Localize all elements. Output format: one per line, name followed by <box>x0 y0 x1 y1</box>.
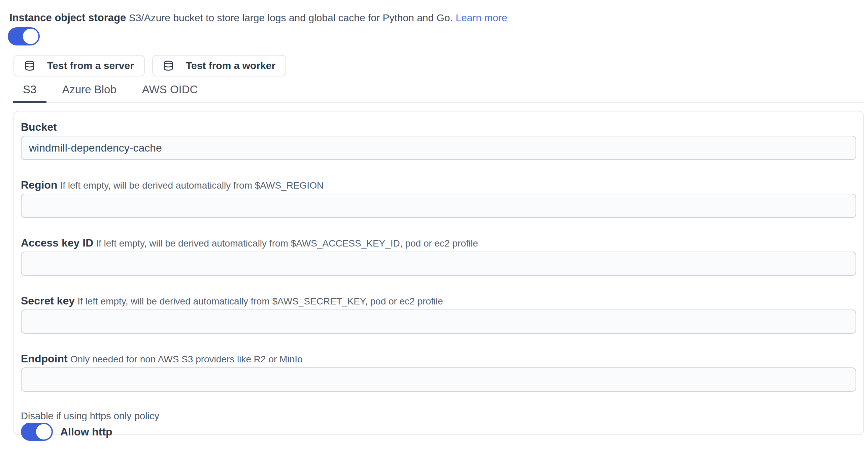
secret-key-label: Secret key <box>21 295 75 307</box>
secret-key-hint: If left empty, will be derived automatic… <box>78 296 443 306</box>
bucket-label: Bucket <box>21 121 57 133</box>
secret-key-label-line: Secret keyIf left empty, will be derived… <box>21 295 856 309</box>
test-buttons-row: Test from a server Test from a worker <box>13 55 868 77</box>
database-icon <box>163 60 174 71</box>
test-from-server-button[interactable]: Test from a server <box>13 55 145 77</box>
access-key-id-field: Access key IDIf left empty, will be deri… <box>21 237 856 276</box>
s3-settings-panel: Bucket RegionIf left empty, will be deri… <box>13 111 864 435</box>
bucket-input[interactable] <box>21 136 856 160</box>
header: Instance object storage S3/Azure bucket … <box>9 11 868 24</box>
region-hint: If left empty, will be derived automatic… <box>60 180 323 191</box>
database-icon <box>24 60 35 71</box>
page-title: Instance object storage <box>9 12 126 24</box>
endpoint-label-line: EndpointOnly needed for non AWS S3 provi… <box>21 353 856 367</box>
tab-aws-oidc[interactable]: AWS OIDC <box>132 81 208 102</box>
test-from-worker-button[interactable]: Test from a worker <box>152 55 286 77</box>
access-key-id-label: Access key ID <box>21 237 93 249</box>
bucket-label-line: Bucket <box>21 121 856 135</box>
endpoint-input[interactable] <box>21 367 856 392</box>
endpoint-label: Endpoint <box>21 353 68 365</box>
instance-settings-page: Instance object storage S3/Azure bucket … <box>0 0 868 435</box>
test-from-worker-label: Test from a worker <box>186 60 275 71</box>
tab-s3[interactable]: S3 <box>13 81 46 102</box>
allow-http-label: Allow http <box>60 426 113 438</box>
access-key-id-input[interactable] <box>21 251 856 276</box>
toggle-knob <box>36 424 52 439</box>
allow-http-row: Allow http <box>21 423 856 441</box>
tab-azure-blob[interactable]: Azure Blob <box>52 81 126 102</box>
allow-http-toggle[interactable] <box>21 423 53 441</box>
access-key-id-hint: If left empty, will be derived automatic… <box>96 238 478 248</box>
bucket-field: Bucket <box>21 121 856 160</box>
region-label: Region <box>21 179 57 191</box>
allow-http-note: Disable if using https only policy <box>21 411 856 421</box>
region-label-line: RegionIf left empty, will be derived aut… <box>21 179 856 193</box>
region-field: RegionIf left empty, will be derived aut… <box>21 179 856 218</box>
secret-key-field: Secret keyIf left empty, will be derived… <box>21 295 856 334</box>
endpoint-field: EndpointOnly needed for non AWS S3 provi… <box>21 353 856 392</box>
toggle-knob <box>23 29 38 44</box>
learn-more-link[interactable]: Learn more <box>456 12 507 23</box>
access-key-id-label-line: Access key IDIf left empty, will be deri… <box>21 237 856 251</box>
page-description: S3/Azure bucket to store large logs and … <box>129 12 453 23</box>
endpoint-hint: Only needed for non AWS S3 providers lik… <box>70 354 303 364</box>
region-input[interactable] <box>21 194 856 218</box>
secret-key-input[interactable] <box>21 309 856 334</box>
object-storage-toggle[interactable] <box>8 27 40 45</box>
test-from-server-label: Test from a server <box>47 60 134 71</box>
storage-provider-tabs: S3 Azure Blob AWS OIDC <box>13 81 864 103</box>
